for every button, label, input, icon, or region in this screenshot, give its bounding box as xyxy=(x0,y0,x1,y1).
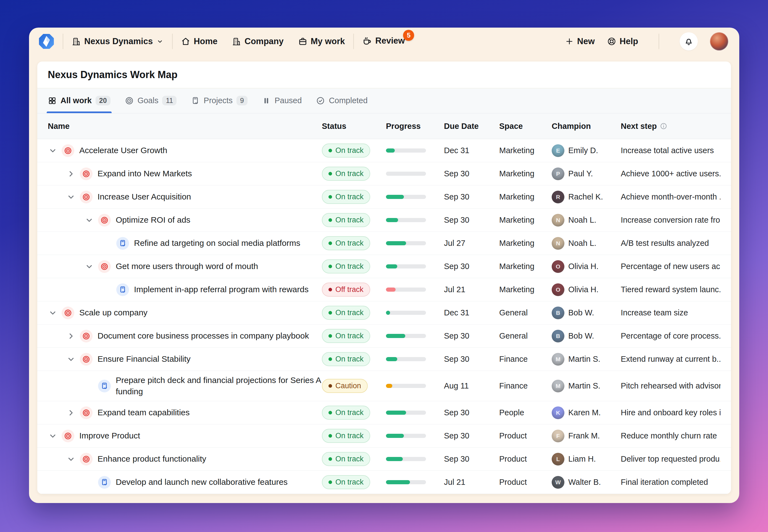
table-row[interactable]: Improve ProductOn trackSep 30ProductFFra… xyxy=(37,424,731,448)
table-row[interactable]: Expand into New MarketsOn trackSep 30Mar… xyxy=(37,162,731,185)
status-badge: On track xyxy=(322,259,370,273)
table-row[interactable]: Implement in-app referral program with r… xyxy=(37,278,731,301)
status-badge: On track xyxy=(322,352,370,366)
nav-item-home[interactable]: Home xyxy=(181,36,218,46)
status-cell: On track xyxy=(322,475,386,489)
workspace-switcher[interactable]: Nexus Dynamics xyxy=(71,36,164,46)
column-header-status: Status xyxy=(322,122,386,131)
name-cell: Refine ad targeting on social media plat… xyxy=(48,237,322,250)
champion-avatar: M xyxy=(552,353,564,366)
progress-bar xyxy=(386,357,426,361)
goal-icon xyxy=(62,307,74,319)
building-icon xyxy=(71,37,81,46)
table-row[interactable]: Scale up companyOn trackDec 31GeneralBBo… xyxy=(37,301,731,324)
champion-cell: PPaul Y. xyxy=(552,167,621,180)
tab-completed[interactable]: Completed xyxy=(316,88,367,113)
champion-name: Frank M. xyxy=(568,431,600,440)
progress-bar xyxy=(386,288,426,292)
space-cell: Marketing xyxy=(499,239,552,248)
chevron-down-icon[interactable] xyxy=(48,146,58,156)
tab-all-work[interactable]: All work20 xyxy=(48,88,110,113)
tab-count-badge: 11 xyxy=(162,96,176,105)
table-row[interactable]: Prepare pitch deck and financial project… xyxy=(37,371,731,401)
pause-icon xyxy=(262,96,271,105)
table-row[interactable]: Get more users through word of mouthOn t… xyxy=(37,255,731,278)
champion-name: Bob W. xyxy=(568,308,594,317)
table-row[interactable]: Accelerate User GrowthOn trackDec 31Mark… xyxy=(37,139,731,162)
due-date-cell: Jul 21 xyxy=(444,285,499,294)
goal-icon xyxy=(80,406,92,419)
name-cell: Prepare pitch deck and financial project… xyxy=(48,375,322,397)
table-row[interactable]: Increase User AcquisitionOn trackSep 30M… xyxy=(37,185,731,209)
chevron-down-icon[interactable] xyxy=(84,215,94,225)
next-step-cell: Extend runway at current b... xyxy=(621,355,721,364)
info-icon[interactable] xyxy=(660,122,668,130)
progress-bar xyxy=(386,334,426,338)
chevron-down-icon[interactable] xyxy=(48,431,58,441)
tab-bar: All work20Goals11Projects9PausedComplete… xyxy=(37,88,731,114)
work-map-card: Nexus Dynamics Work Map All work20Goals1… xyxy=(37,62,731,494)
due-date-cell: Sep 30 xyxy=(444,454,499,464)
progress-cell xyxy=(386,311,444,315)
champion-cell: LLiam H. xyxy=(552,453,621,465)
table-row[interactable]: Enhance product functionalityOn trackSep… xyxy=(37,448,731,471)
tab-paused[interactable]: Paused xyxy=(262,88,302,113)
user-avatar[interactable] xyxy=(710,32,728,50)
workspace-name: Nexus Dynamics xyxy=(84,36,153,46)
goal-icon xyxy=(80,167,92,180)
status-badge: On track xyxy=(322,143,370,158)
status-label: On track xyxy=(335,455,364,463)
champion-avatar: O xyxy=(552,260,564,273)
status-cell: On track xyxy=(322,452,386,466)
status-badge: On track xyxy=(322,429,370,443)
project-icon xyxy=(116,237,129,250)
status-badge: On track xyxy=(322,306,370,320)
table-row[interactable]: Ensure Financial StabilityOn trackSep 30… xyxy=(37,348,731,371)
progress-cell xyxy=(386,195,444,199)
notifications-button[interactable] xyxy=(680,32,698,50)
due-date-cell: Dec 31 xyxy=(444,146,499,155)
progress-fill xyxy=(386,264,397,268)
champion-name: Bob W. xyxy=(568,331,594,341)
table-row[interactable]: Document core business processes in comp… xyxy=(37,324,731,348)
chevron-right-icon[interactable] xyxy=(66,331,76,341)
chevron-down-icon[interactable] xyxy=(66,454,76,464)
status-cell: Off track xyxy=(322,283,386,297)
table-row[interactable]: Optimize ROI of adsOn trackSep 30Marketi… xyxy=(37,209,731,232)
progress-cell xyxy=(386,357,444,361)
champion-avatar: L xyxy=(552,453,564,465)
tab-projects[interactable]: Projects9 xyxy=(191,88,248,113)
table-row[interactable]: Develop and launch new collaborative fea… xyxy=(37,471,731,494)
nav-item-company[interactable]: Company xyxy=(232,36,284,46)
chevron-right-icon[interactable] xyxy=(66,169,76,179)
tab-label: Goals xyxy=(137,96,158,105)
space-cell: Marketing xyxy=(499,285,552,294)
champion-name: Noah L. xyxy=(568,216,597,225)
column-header-label: Next step xyxy=(621,122,657,131)
next-step-cell: Reduce monthly churn rate xyxy=(621,431,721,440)
goal-icon xyxy=(80,191,92,203)
progress-fill xyxy=(386,434,404,438)
chevron-right-icon[interactable] xyxy=(66,408,76,418)
chevron-down-icon[interactable] xyxy=(66,192,76,202)
status-cell: On track xyxy=(322,352,386,366)
champion-avatar: F xyxy=(552,430,564,442)
table-row[interactable]: Refine ad targeting on social media plat… xyxy=(37,232,731,255)
progress-bar xyxy=(386,218,426,222)
status-cell: On track xyxy=(322,406,386,420)
chevron-down-icon[interactable] xyxy=(84,262,94,272)
item-name: Improve Product xyxy=(79,430,140,441)
table-row[interactable]: Expand team capabilitiesOn trackSep 30Pe… xyxy=(37,401,731,424)
new-button[interactable]: New xyxy=(565,36,595,46)
champion-avatar: P xyxy=(552,167,564,180)
space-cell: Product xyxy=(499,431,552,440)
nav-item-review[interactable]: Review 5 xyxy=(362,36,405,47)
help-button[interactable]: Help xyxy=(607,36,638,46)
nav-item-my-work[interactable]: My work xyxy=(298,36,345,46)
chevron-down-icon[interactable] xyxy=(66,354,76,364)
space-cell: Marketing xyxy=(499,192,552,201)
space-cell: General xyxy=(499,331,552,341)
chevron-down-icon[interactable] xyxy=(48,308,58,318)
tab-goals[interactable]: Goals11 xyxy=(125,88,177,113)
status-label: On track xyxy=(335,146,364,155)
